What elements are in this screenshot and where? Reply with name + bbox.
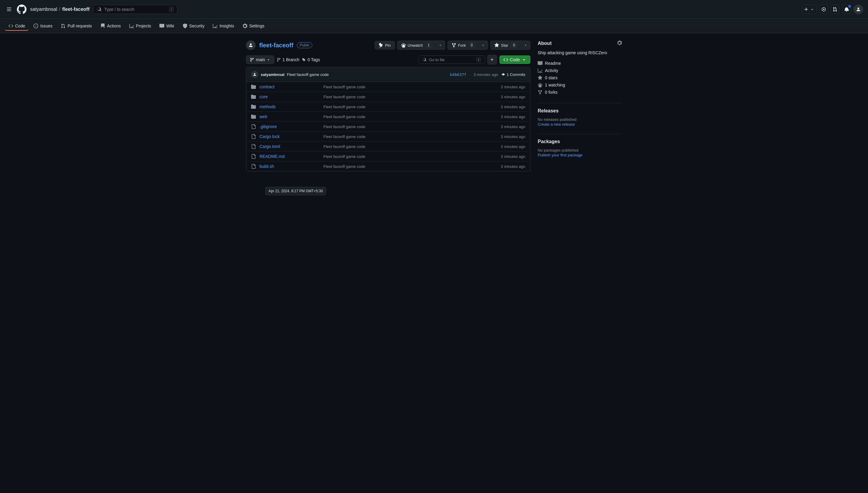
about-gear-icon[interactable] <box>617 40 622 46</box>
table-row[interactable]: methodsFleet faceoff game code3 minutes … <box>246 102 530 112</box>
notifications-button[interactable] <box>842 5 851 14</box>
svg-point-1 <box>823 9 824 10</box>
file-name[interactable]: .gitignore <box>260 124 320 129</box>
pull-requests-icon-button[interactable] <box>831 5 840 14</box>
branch-bar: main 1 Branch 0 Tags Go to file t <box>246 55 530 64</box>
table-row[interactable]: Cargo.lockFleet faceoff game code3 minut… <box>246 132 530 142</box>
publish-package-link[interactable]: Publish your first package <box>538 153 583 157</box>
table-row[interactable]: coreFleet faceoff game code3 minutes ago <box>246 92 530 102</box>
table-row[interactable]: Cargo.tomlFleet faceoff game code3 minut… <box>246 142 530 152</box>
tab-actions[interactable]: Actions <box>97 21 125 31</box>
branches-count[interactable]: 1 Branch <box>277 57 299 62</box>
commits-link[interactable]: 1 Commits <box>501 72 525 77</box>
file-name[interactable]: README.md <box>260 154 320 159</box>
pin-button[interactable]: Pin <box>375 41 395 49</box>
commit-time: 3 minutes ago <box>474 72 498 77</box>
repo-owner-avatar <box>246 40 256 50</box>
go-to-file[interactable]: Go to file t <box>419 56 485 64</box>
stars-stat[interactable]: 0 stars <box>538 74 622 81</box>
unwatch-count-dropdown[interactable] <box>436 41 445 50</box>
copilot-button[interactable] <box>819 5 828 14</box>
table-row[interactable]: build.shFleet faceoff game code3 minutes… <box>246 162 530 171</box>
repo-path: satyambnsal / fleet-faceoff <box>30 7 89 12</box>
file-icon <box>251 164 256 169</box>
file-commit-message: Fleet faceoff game code <box>323 85 497 89</box>
repo-title-row: fleet-faceoff Public <box>246 40 312 50</box>
file-icon <box>251 154 256 159</box>
main-content: fleet-faceoff Public Pin Unwatch 1 <box>246 40 530 171</box>
packages-none-text: No packages published <box>538 148 622 152</box>
tab-wiki[interactable]: Wiki <box>156 21 177 31</box>
commit-hash[interactable]: b4b637f <box>450 72 466 77</box>
about-header: About <box>538 40 622 46</box>
star-count-dropdown[interactable] <box>521 41 530 50</box>
star-group: Star 0 <box>490 41 530 50</box>
file-name[interactable]: core <box>260 94 320 99</box>
tab-issues[interactable]: Issues <box>30 21 56 31</box>
tab-security[interactable]: Security <box>179 21 208 31</box>
table-row[interactable]: .gitignoreFleet faceoff game code3 minut… <box>246 122 530 132</box>
file-time: 3 minutes ago <box>501 85 525 89</box>
forks-stat[interactable]: 0 forks <box>538 89 622 96</box>
branch-selector[interactable]: main <box>246 56 274 64</box>
packages-title: Packages <box>538 139 560 144</box>
table-row[interactable]: README.mdFleet faceoff game code3 minute… <box>246 152 530 162</box>
sidebar-divider-1 <box>538 103 622 103</box>
file-time: 3 minutes ago <box>501 164 525 169</box>
repo-title[interactable]: fleet-faceoff <box>259 42 293 49</box>
file-name[interactable]: web <box>260 114 320 119</box>
avatar[interactable] <box>853 4 863 14</box>
releases-title: Releases <box>538 108 559 114</box>
activity-link[interactable]: Activity <box>538 67 622 74</box>
commit-author[interactable]: satyambnsal <box>261 72 284 77</box>
file-name[interactable]: Cargo.lock <box>260 134 320 139</box>
file-commit-message: Fleet faceoff game code <box>323 144 497 149</box>
visibility-badge: Public <box>297 42 312 48</box>
packages-section: Packages No packages published Publish y… <box>538 139 622 157</box>
file-name[interactable]: build.sh <box>260 164 320 169</box>
tab-projects[interactable]: Projects <box>126 21 155 31</box>
file-commit-message: Fleet faceoff game code <box>323 114 497 119</box>
star-button[interactable]: Star 0 <box>490 41 521 50</box>
branch-left: main 1 Branch 0 Tags <box>246 56 320 64</box>
folder-icon <box>251 84 256 89</box>
packages-header: Packages <box>538 139 622 144</box>
top-nav-left: satyambnsal / fleet-faceoff Type / to se… <box>5 4 798 14</box>
file-commit-message: Fleet faceoff game code <box>323 94 497 99</box>
file-time: 3 minutes ago <box>501 94 525 99</box>
file-name[interactable]: methods <box>260 104 320 109</box>
repo-actions: Pin Unwatch 1 <box>375 41 530 50</box>
hamburger-button[interactable] <box>5 5 13 14</box>
new-button[interactable] <box>802 5 817 14</box>
table-row[interactable]: webFleet faceoff game code3 minutes ago <box>246 112 530 122</box>
path-separator: / <box>59 7 60 12</box>
file-commit-message: Fleet faceoff game code <box>323 125 497 129</box>
repo-owner[interactable]: satyambnsal <box>30 7 57 12</box>
repo-name[interactable]: fleet-faceoff <box>62 7 89 12</box>
file-name[interactable]: Cargo.toml <box>260 144 320 149</box>
repo-header: fleet-faceoff Public Pin Unwatch 1 <box>246 40 530 50</box>
tab-pull-requests[interactable]: Pull requests <box>57 21 95 31</box>
fork-button[interactable]: Fork 0 <box>448 41 479 50</box>
fork-count-dropdown[interactable] <box>479 41 488 50</box>
repo-nav: Code Issues Pull requests Actions Projec… <box>0 19 868 33</box>
search-bar[interactable]: Type / to search / <box>93 5 177 14</box>
file-icon <box>251 144 256 149</box>
file-table: satyambnsal Fleet faceoff game code b4b6… <box>246 67 530 171</box>
file-time: 3 minutes ago <box>501 125 525 129</box>
add-file-button[interactable]: + <box>487 55 497 64</box>
table-row[interactable]: contractFleet faceoff game code3 minutes… <box>246 82 530 92</box>
file-time: 3 minutes ago <box>501 105 525 109</box>
watching-stat[interactable]: 1 watching <box>538 81 622 89</box>
tab-code[interactable]: Code <box>5 21 29 31</box>
tab-settings[interactable]: Settings <box>239 21 268 31</box>
file-name[interactable]: contract <box>260 84 320 89</box>
code-dropdown-button[interactable]: Code <box>499 56 530 64</box>
readme-link[interactable]: Readme <box>538 60 622 67</box>
tab-insights[interactable]: Insights <box>209 21 238 31</box>
unwatch-button[interactable]: Unwatch 1 <box>397 41 436 50</box>
about-section: About Ship attacking game using RISCZero… <box>538 40 622 96</box>
commit-message[interactable]: Fleet faceoff game code <box>287 72 329 77</box>
create-release-link[interactable]: Create a new release <box>538 122 575 127</box>
tags-count[interactable]: 0 Tags <box>302 57 320 62</box>
